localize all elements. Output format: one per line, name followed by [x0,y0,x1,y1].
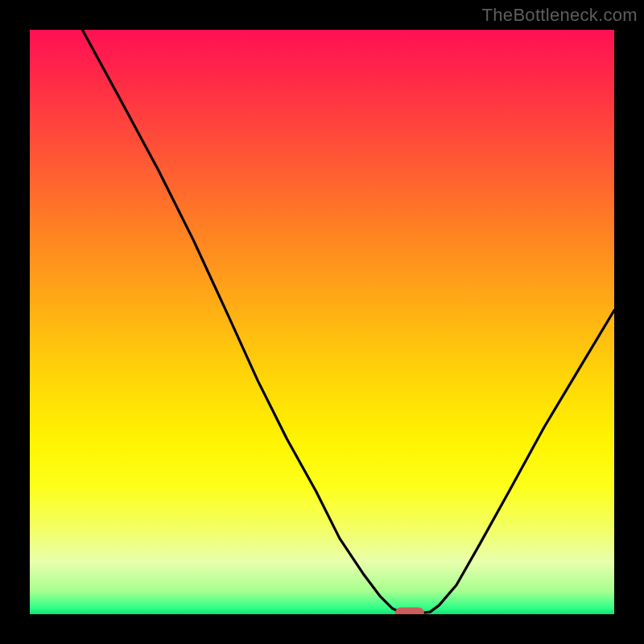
plot-area [30,30,614,614]
background-gradient [30,30,614,614]
chart-frame: TheBottleneck.com [0,0,644,644]
watermark-label: TheBottleneck.com [482,5,638,26]
